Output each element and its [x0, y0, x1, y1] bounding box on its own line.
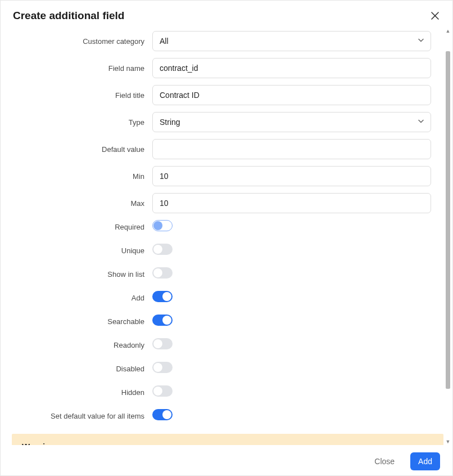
label-field-title: Field title — [13, 91, 152, 100]
show-in-list-toggle[interactable] — [152, 267, 173, 279]
label-field-name: Field name — [13, 64, 152, 73]
scrollbar-thumb[interactable] — [446, 51, 450, 389]
type-value: String — [160, 118, 180, 127]
disabled-toggle[interactable] — [152, 362, 173, 373]
dialog-body: Customer category All Field name Field t… — [1, 28, 452, 445]
scrollbar[interactable]: ▲ ▼ — [445, 28, 451, 445]
label-hidden: Hidden — [13, 388, 152, 397]
add-toggle[interactable] — [152, 291, 173, 302]
dialog-footer: Close Add — [1, 447, 452, 475]
label-add: Add — [13, 294, 152, 302]
scrollbar-track[interactable] — [446, 35, 450, 437]
label-min: Min — [13, 172, 152, 181]
searchable-toggle[interactable] — [152, 315, 173, 326]
required-toggle[interactable] — [152, 220, 173, 231]
field-title-input[interactable] — [152, 85, 431, 105]
max-input[interactable] — [152, 193, 431, 213]
dialog-header: Create additional field — [1, 1, 452, 28]
warning-title: Warning — [22, 442, 433, 445]
field-name-input[interactable] — [152, 58, 431, 78]
chevron-down-icon — [417, 118, 425, 127]
add-button[interactable]: Add — [410, 452, 440, 470]
label-required: Required — [13, 223, 152, 231]
dialog-title: Create additional field — [13, 10, 124, 22]
hidden-toggle[interactable] — [152, 385, 173, 397]
close-button[interactable]: Close — [366, 452, 402, 470]
label-default-value: Default value — [13, 145, 152, 154]
default-value-input[interactable] — [152, 139, 431, 159]
label-unique: Unique — [13, 246, 152, 255]
label-type: Type — [13, 118, 152, 127]
label-max: Max — [13, 199, 152, 208]
customer-category-select[interactable]: All — [152, 31, 431, 51]
scroll-up-icon[interactable]: ▲ — [445, 28, 451, 34]
set-default-all-toggle[interactable] — [152, 409, 173, 420]
unique-toggle[interactable] — [152, 244, 173, 255]
customer-category-value: All — [160, 37, 169, 46]
warning-panel: Warning All recorded values will be over… — [12, 434, 443, 445]
scroll-down-icon[interactable]: ▼ — [445, 438, 451, 445]
label-customer-category: Customer category — [13, 37, 152, 46]
label-set-default-all: Set default value for all items — [13, 412, 152, 420]
chevron-down-icon — [417, 37, 425, 46]
label-show-in-list: Show in list — [13, 270, 152, 279]
label-searchable: Searchable — [13, 317, 152, 326]
close-icon[interactable] — [430, 11, 440, 21]
label-disabled: Disabled — [13, 365, 152, 373]
label-readonly: Readonly — [13, 341, 152, 349]
min-input[interactable] — [152, 166, 431, 186]
readonly-toggle[interactable] — [152, 338, 173, 349]
type-select[interactable]: String — [152, 112, 431, 132]
